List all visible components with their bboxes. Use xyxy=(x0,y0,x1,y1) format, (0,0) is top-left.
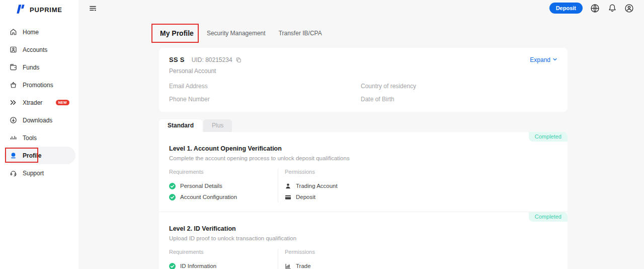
field-label: Phone Number xyxy=(169,96,361,103)
page-tab-label: Security Management xyxy=(207,30,266,37)
main-content: My Profile Security Management Transfer … xyxy=(159,0,568,269)
plan-tabs: StandardPlus xyxy=(159,119,568,132)
expand-toggle[interactable]: Expand xyxy=(530,56,557,63)
brand-name: PUPRIME xyxy=(30,6,62,14)
requirement-item: ID Information xyxy=(169,260,278,269)
trade-icon xyxy=(285,263,291,269)
check-icon xyxy=(169,183,176,189)
permission-item: Deposit xyxy=(285,191,338,203)
promotions-icon xyxy=(9,81,17,89)
sidebar-item-label: Accounts xyxy=(23,46,47,53)
user-uid: UID: 80215234 xyxy=(192,56,232,63)
page-tab[interactable]: Transfer IB/CPA xyxy=(278,30,323,37)
puprime-logo-icon xyxy=(15,4,26,17)
sidebar-item-label: Tools xyxy=(23,134,37,142)
sidebar-item-label: Home xyxy=(23,29,39,36)
menu-fold-icon[interactable] xyxy=(89,4,98,13)
sidebar-item-label: Support xyxy=(23,170,44,177)
permission-label: Trade xyxy=(296,263,311,269)
permissions-label: Permissions xyxy=(285,169,338,175)
deposit-icon xyxy=(285,194,291,200)
funds-icon xyxy=(9,63,17,72)
sidebar-item[interactable]: Profile xyxy=(4,147,75,164)
verification-levels-card: Completed Level 1. Account Opening Verif… xyxy=(159,132,568,269)
level-columns: Requirements ID Information ID Photo xyxy=(169,249,557,269)
field-label: Date of Birth xyxy=(361,96,557,103)
new-badge: NEW xyxy=(56,100,69,105)
sidebar-nav: Home Accounts Funds Promotions xyxy=(0,23,78,182)
permission-label: Deposit xyxy=(296,194,315,200)
requirement-label: ID Information xyxy=(180,263,216,269)
sidebar: PUPRIME Home Accounts Funds xyxy=(0,0,78,269)
requirement-item: Account Configuration xyxy=(169,191,278,203)
profile-summary-card: SS S UID: 80215234 Expand Personal Accou… xyxy=(159,48,568,112)
permission-label: Trading Account xyxy=(296,183,338,189)
requirement-item: Personal Details xyxy=(169,180,278,191)
brand-logo: PUPRIME xyxy=(0,0,78,16)
permissions-label: Permissions xyxy=(285,249,315,255)
user-name: SS S xyxy=(169,56,185,63)
sidebar-item[interactable]: Accounts xyxy=(4,41,75,58)
account-avatar-icon[interactable] xyxy=(624,4,634,13)
language-globe-icon[interactable] xyxy=(590,4,600,13)
field-label: Email Address xyxy=(169,83,361,90)
sidebar-item-label: Xtrader xyxy=(23,99,42,106)
level-description: Complete the account opening process to … xyxy=(169,155,557,161)
requirements-label: Requirements xyxy=(169,169,278,175)
chevron-down-icon xyxy=(552,56,557,63)
sidebar-item[interactable]: Support xyxy=(4,164,75,182)
sidebar-item-label: Downloads xyxy=(23,117,52,124)
level-title: Level 2. ID Verification xyxy=(169,225,557,232)
permission-item: Trade xyxy=(285,260,315,269)
app-screen: PUPRIME Home Accounts Funds xyxy=(0,0,644,269)
profile-fields: Email AddressCountry of residencyPhone N… xyxy=(169,83,557,103)
page-tabs: My Profile Security Management Transfer … xyxy=(159,26,568,40)
requirement-label: Account Configuration xyxy=(180,194,237,200)
requirements-label: Requirements xyxy=(169,249,278,255)
plan-tab[interactable]: Standard xyxy=(159,119,202,132)
notifications-bell-icon[interactable] xyxy=(607,4,617,13)
sidebar-item[interactable]: Downloads xyxy=(4,111,75,129)
plan-tab[interactable]: Plus xyxy=(203,119,232,132)
sidebar-item[interactable]: Home xyxy=(4,23,75,41)
permission-item: Trading Account xyxy=(285,180,338,191)
verification-level: Completed Level 1. Account Opening Verif… xyxy=(159,132,568,212)
requirements-column: Requirements ID Information ID Photo xyxy=(169,249,278,269)
sidebar-item[interactable]: Tools xyxy=(4,129,75,147)
page-tab[interactable]: My Profile xyxy=(159,29,195,37)
check-icon xyxy=(169,263,176,269)
sidebar-item[interactable]: Funds xyxy=(4,58,75,76)
verification-level: Completed Level 2. ID Verification Uploa… xyxy=(159,212,568,269)
expand-label: Expand xyxy=(530,56,550,63)
status-badge: Completed xyxy=(529,132,568,142)
status-badge: Completed xyxy=(529,212,568,222)
permissions-column: Permissions Trading Account Deposit xyxy=(278,169,338,203)
copy-icon[interactable] xyxy=(235,57,242,63)
page-tab-label: My Profile xyxy=(160,29,194,37)
level-description: Upload ID proof to unlock transaction qu… xyxy=(169,235,557,241)
permissions-column: Permissions Trade xyxy=(278,249,315,269)
page-tab[interactable]: Security Management xyxy=(206,30,267,37)
downloads-icon xyxy=(9,116,17,124)
sidebar-item[interactable]: Promotions xyxy=(4,76,75,94)
sidebar-item-label: Profile xyxy=(23,152,41,159)
check-icon xyxy=(169,194,176,200)
page-tab-label: Transfer IB/CPA xyxy=(279,30,322,37)
profile-icon xyxy=(9,152,17,160)
tools-icon xyxy=(9,134,17,142)
xtrader-icon xyxy=(9,99,17,107)
level-title: Level 1. Account Opening Verification xyxy=(169,145,557,152)
requirements-column: Requirements Personal Details Account Co… xyxy=(169,169,278,203)
home-icon xyxy=(9,28,17,36)
profile-head: SS S UID: 80215234 Expand xyxy=(169,56,557,63)
level-columns: Requirements Personal Details Account Co… xyxy=(169,169,557,203)
trading-account-icon xyxy=(285,183,291,189)
field-label: Country of residency xyxy=(361,83,557,90)
account-type: Personal Account xyxy=(169,68,557,75)
support-icon xyxy=(9,169,17,177)
accounts-icon xyxy=(9,46,17,54)
sidebar-item-label: Funds xyxy=(23,64,39,71)
sidebar-item[interactable]: Xtrader NEW xyxy=(4,94,75,111)
requirement-label: Personal Details xyxy=(180,183,222,189)
sidebar-item-label: Promotions xyxy=(23,82,53,89)
